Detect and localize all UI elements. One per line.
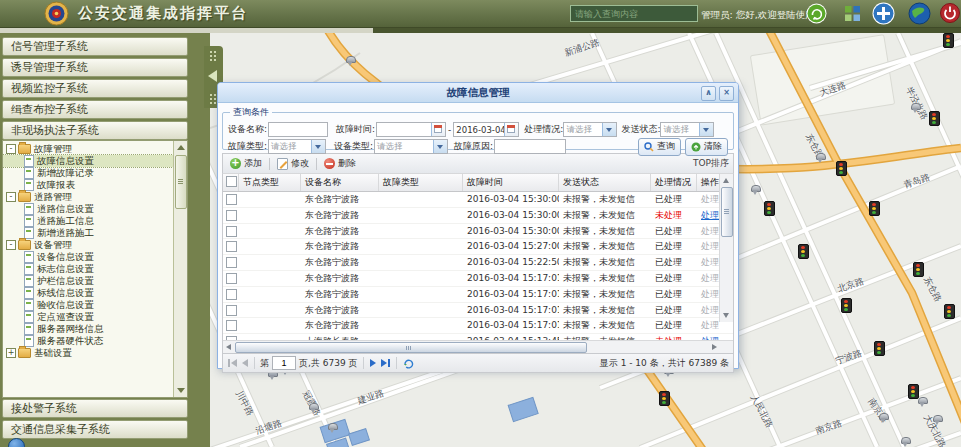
dropdown-arrow-icon[interactable] — [602, 123, 616, 136]
scroll-right-arrow-icon[interactable] — [712, 344, 717, 350]
accordion-panel-header[interactable]: 接处警子系统 — [2, 399, 188, 418]
camera-marker[interactable] — [900, 437, 910, 447]
column-header-handle-status[interactable]: 处理情况 — [651, 174, 697, 191]
dropdown-arrow-icon[interactable] — [433, 140, 447, 153]
tree-node[interactable]: 定点巡查设置 — [3, 311, 173, 323]
tree-expand-toggle[interactable] — [6, 348, 16, 358]
calendar-icon[interactable] — [504, 123, 518, 136]
table-row[interactable]: 东仓路宁波路 2016-03-04 15:17:01 未报警，未发短信 已处理 … — [223, 318, 733, 334]
table-row[interactable]: 东仓路宁波路 2016-03-04 15:27:00 未报警，未发短信 已处理 … — [223, 239, 733, 255]
traffic-light-marker[interactable] — [929, 111, 940, 126]
traffic-light-marker[interactable] — [836, 161, 847, 176]
accordion-panel-header[interactable]: 信号管理子系统 — [2, 37, 188, 56]
accordion-panel-header[interactable]: 交通信息采集子系统 — [2, 420, 188, 439]
first-page-button[interactable] — [227, 358, 238, 368]
page-number-input[interactable] — [272, 356, 296, 370]
row-checkbox[interactable] — [226, 210, 237, 221]
tree-node[interactable]: 设备信息设置 — [3, 251, 173, 263]
fault-time-from-field[interactable] — [376, 122, 446, 137]
tree-node[interactable]: 新增道路施工 — [3, 227, 173, 239]
app-grid-icon[interactable] — [845, 6, 860, 23]
camera-marker[interactable] — [308, 403, 318, 413]
camera-marker[interactable] — [917, 397, 927, 407]
prev-page-button[interactable] — [241, 358, 249, 368]
tree-node[interactable]: 标志信息设置 — [3, 263, 173, 275]
power-icon[interactable] — [940, 3, 960, 25]
traffic-light-marker[interactable] — [913, 262, 924, 277]
tree-scrollbar[interactable] — [173, 141, 187, 397]
tree-expand-toggle[interactable] — [6, 144, 16, 154]
tree-node[interactable]: 道路管理 — [3, 191, 173, 203]
scroll-up-arrow-icon[interactable] — [177, 145, 185, 150]
tree-node[interactable]: 新增故障记录 — [3, 167, 173, 179]
row-checkbox[interactable] — [226, 226, 237, 237]
globe-icon[interactable] — [908, 2, 931, 27]
table-row[interactable]: 东仓路宁波路 2016-03-04 15:17:01 未报警，未发短信 已处理 … — [223, 303, 733, 319]
table-row[interactable]: 东仓路宁波路 2016-03-04 15:17:01 未报警，未发短信 已处理 … — [223, 287, 733, 303]
table-row[interactable]: 东仓路宁波路 2016-03-04 15:30:00 未报警，未发短信 已处理 … — [223, 192, 733, 208]
header-search-input[interactable] — [570, 5, 698, 22]
tree-node[interactable]: 设备管理 — [3, 239, 173, 251]
calendar-icon[interactable] — [431, 123, 445, 136]
row-checkbox[interactable] — [226, 241, 237, 252]
fault-time-to-field[interactable]: 2016-03-04 — [453, 122, 519, 137]
refresh-button[interactable] — [402, 357, 415, 370]
table-row[interactable]: 东仓路宁波路 2016-03-04 15:30:00 未报警，未发短信 已处理 … — [223, 224, 733, 240]
tree-node[interactable]: 服务器网络信息 — [3, 323, 173, 335]
row-checkbox[interactable] — [226, 273, 237, 284]
row-checkbox[interactable] — [226, 320, 237, 331]
send-status-select[interactable]: 请选择 — [660, 122, 714, 137]
tree-scrollbar-thumb[interactable] — [175, 155, 187, 209]
edit-button[interactable]: 修改 — [274, 156, 312, 171]
tree-expand-toggle[interactable] — [6, 240, 16, 250]
camera-marker[interactable] — [815, 153, 825, 163]
dropdown-arrow-icon[interactable] — [699, 123, 713, 136]
tree-node[interactable]: 服务器硬件状态 — [3, 335, 173, 347]
tree-node[interactable]: 道路信息设置 — [3, 203, 173, 215]
traffic-light-marker[interactable] — [659, 391, 670, 406]
table-row[interactable]: 东仓路宁波路 2016-03-04 15:30:00 未报警，未发短信 未处理 … — [223, 208, 733, 224]
column-header-fault-time[interactable]: 故障时间 — [463, 174, 559, 191]
accordion-panel-header[interactable]: 视频监控子系统 — [2, 79, 188, 98]
device-name-input[interactable] — [268, 122, 328, 137]
camera-marker[interactable] — [750, 185, 760, 195]
collapse-window-icon[interactable]: ∧ — [701, 86, 716, 101]
column-header-device-name[interactable]: 设备名称 — [301, 174, 379, 191]
camera-marker[interactable] — [878, 413, 888, 423]
accordion-panel-header[interactable]: 诱导管理子系统 — [2, 58, 188, 77]
dropdown-arrow-icon[interactable] — [311, 140, 325, 153]
add-plus-icon[interactable] — [872, 2, 895, 27]
tree-node[interactable]: 故障报表 — [3, 179, 173, 191]
next-page-button[interactable] — [369, 358, 377, 368]
camera-marker[interactable] — [910, 103, 920, 113]
fault-reason-input[interactable] — [494, 139, 566, 154]
camera-marker[interactable] — [327, 423, 337, 433]
close-window-icon[interactable]: × — [719, 86, 734, 101]
tree-node[interactable]: 故障信息设置 — [3, 155, 173, 167]
row-checkbox[interactable] — [226, 305, 237, 316]
tree-node[interactable]: 基础设置 — [3, 347, 173, 359]
tree-expand-toggle[interactable] — [6, 192, 16, 202]
table-row[interactable]: 东仓路宁波路 2016-03-04 15:22:50 未报警，未发短信 已处理 … — [223, 255, 733, 271]
accordion-panel-header[interactable]: 缉查布控子系统 — [2, 100, 188, 119]
last-page-button[interactable] — [380, 358, 391, 368]
traffic-light-marker[interactable] — [869, 201, 880, 216]
accordion-panel-header[interactable]: 非现场执法子系统 — [2, 121, 188, 140]
row-checkbox[interactable] — [226, 194, 237, 205]
grid-vertical-scrollbar[interactable] — [719, 174, 733, 322]
column-header-send-status[interactable]: 发送状态 — [559, 174, 651, 191]
select-all-checkbox[interactable] — [226, 176, 237, 187]
top-sort-control[interactable]: TOP排序 — [693, 157, 729, 170]
scroll-left-arrow-icon[interactable] — [226, 344, 231, 350]
tree-node[interactable]: 道路施工信息 — [3, 215, 173, 227]
tree-node[interactable]: 护栏信息设置 — [3, 275, 173, 287]
tree-node[interactable]: 标线信息设置 — [3, 287, 173, 299]
scrollbar-thumb[interactable] — [721, 187, 733, 237]
traffic-light-marker[interactable] — [943, 33, 954, 48]
table-row[interactable]: 东仓路宁波路 2016-03-04 15:17:01 未报警，未发短信 已处理 … — [223, 271, 733, 287]
scroll-down-arrow-icon[interactable] — [177, 388, 185, 393]
grid-horizontal-scrollbar[interactable] — [223, 340, 733, 353]
scroll-down-arrow-icon[interactable] — [723, 313, 729, 318]
row-checkbox[interactable] — [226, 289, 237, 300]
row-checkbox[interactable] — [226, 257, 237, 268]
